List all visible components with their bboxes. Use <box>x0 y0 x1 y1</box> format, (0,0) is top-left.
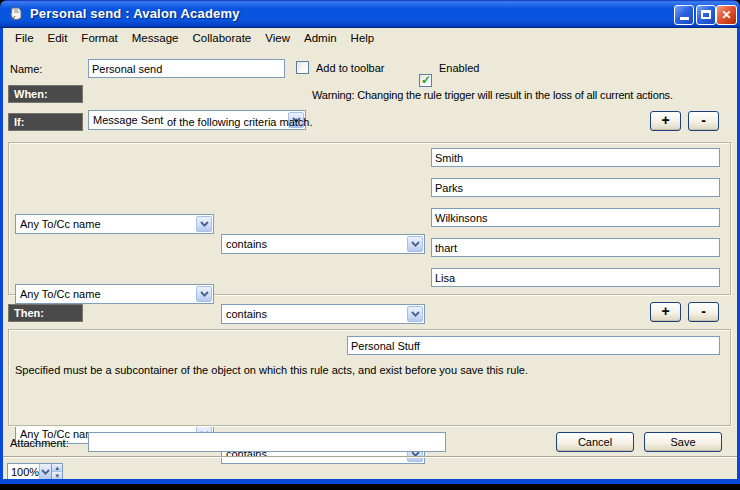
close-button[interactable]: ✕ <box>716 5 737 25</box>
zoom-value: 100% <box>8 464 39 479</box>
statusbar-divider <box>3 456 737 458</box>
add-to-toolbar-label: Add to toolbar <box>316 62 385 74</box>
spinner-down-icon[interactable]: ▼ <box>52 471 62 479</box>
name-input[interactable] <box>88 59 285 78</box>
criteria-value-input[interactable] <box>431 238 720 257</box>
action-target-input[interactable] <box>347 336 720 355</box>
menu-file[interactable]: File <box>8 30 41 46</box>
enabled-checkbox[interactable]: ✓ <box>419 74 432 87</box>
window-border-left <box>0 28 3 484</box>
chevron-down-icon[interactable] <box>407 306 423 322</box>
check-icon: ✓ <box>421 73 431 87</box>
menu-collaborate[interactable]: Collaborate <box>185 30 258 46</box>
titlebar: Personal send : Avalon Academy ✕ <box>0 0 740 28</box>
attachment-label: Attachment: <box>10 437 69 449</box>
criteria-operator-dropdown[interactable]: contains <box>221 234 425 254</box>
chevron-down-icon[interactable] <box>196 216 212 232</box>
spinner-up-icon[interactable]: ▲ <box>52 464 62 471</box>
enabled-label: Enabled <box>439 62 479 74</box>
minimize-button[interactable] <box>674 5 694 25</box>
criteria-value-input[interactable] <box>431 268 720 287</box>
maximize-icon <box>701 10 711 19</box>
criteria-value-input[interactable] <box>431 208 720 227</box>
menu-admin[interactable]: Admin <box>297 30 344 46</box>
criteria-field-value: Any To/Cc name <box>20 288 101 300</box>
then-section-label: Then: <box>8 304 83 322</box>
add-criteria-button[interactable]: + <box>650 111 681 131</box>
if-section-label: If: <box>8 113 83 131</box>
criteria-operator-value: contains <box>226 238 267 250</box>
close-icon: ✕ <box>721 8 731 22</box>
criteria-operator-value: contains <box>226 308 267 320</box>
app-icon <box>8 6 24 22</box>
when-section-label: When: <box>8 85 83 103</box>
add-action-button[interactable]: + <box>650 302 681 322</box>
rule-editor-window: Personal send : Avalon Academy ✕ File Ed… <box>0 0 740 490</box>
add-to-toolbar-checkbox[interactable] <box>296 61 309 74</box>
criteria-operator-dropdown[interactable]: contains <box>221 304 425 324</box>
remove-criteria-button[interactable]: - <box>688 111 719 131</box>
menu-message[interactable]: Message <box>125 30 186 46</box>
save-button[interactable]: Save <box>644 432 722 452</box>
desktop-background-strip <box>0 484 740 490</box>
menu-format[interactable]: Format <box>74 30 124 46</box>
chevron-down-icon[interactable] <box>407 236 423 252</box>
criteria-field-value: Any To/Cc name <box>20 218 101 230</box>
maximize-button[interactable] <box>696 5 716 25</box>
criteria-field-dropdown[interactable]: Any To/Cc name <box>15 284 214 304</box>
menu-edit[interactable]: Edit <box>41 30 75 46</box>
when-trigger-value: Message Sent <box>93 114 163 126</box>
chevron-down-icon[interactable] <box>39 464 51 479</box>
criteria-field-dropdown[interactable]: Any To/Cc name <box>15 214 214 234</box>
remove-action-button[interactable]: - <box>688 302 719 322</box>
window-title: Personal send : Avalon Academy <box>30 6 240 21</box>
menu-view[interactable]: View <box>258 30 297 46</box>
if-suffix-text: of the following criteria match. <box>167 116 313 128</box>
menu-help[interactable]: Help <box>344 30 382 46</box>
name-label: Name: <box>10 63 42 75</box>
attachment-input[interactable] <box>88 432 446 452</box>
cancel-button[interactable]: Cancel <box>556 432 634 452</box>
menu-bar: File Edit Format Message Collaborate Vie… <box>3 28 737 48</box>
zoom-spinner[interactable]: ▲ ▼ <box>51 464 62 479</box>
subcontainer-note: Specified must be a subcontainer of the … <box>15 364 528 376</box>
minimize-icon <box>680 17 689 20</box>
criteria-value-input[interactable] <box>431 178 720 197</box>
trigger-warning-text: Warning: Changing the rule trigger will … <box>312 89 673 101</box>
criteria-value-input[interactable] <box>431 148 720 167</box>
zoom-control[interactable]: 100% ▲ ▼ <box>7 463 63 480</box>
chevron-down-icon[interactable] <box>196 286 212 302</box>
